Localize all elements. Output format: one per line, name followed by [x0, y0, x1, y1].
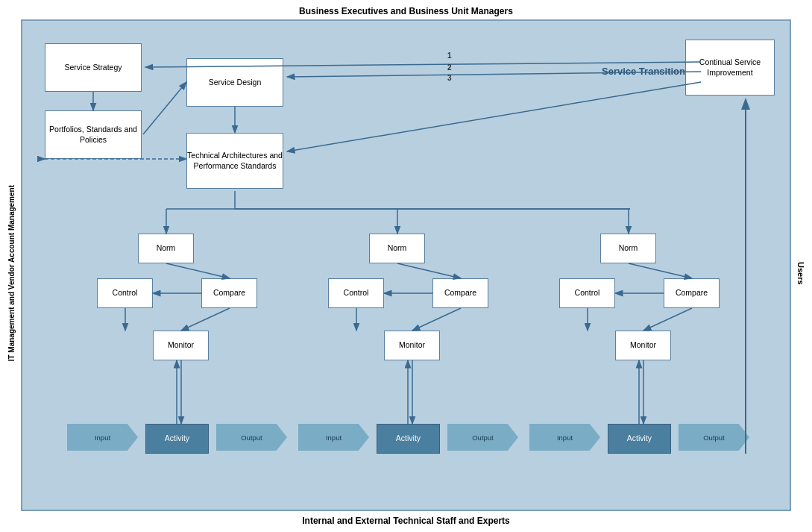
norm-1: Norm	[138, 234, 194, 263]
right-label: Users	[796, 262, 805, 285]
tech-arch-box: Technical Architectures and Performance …	[186, 133, 283, 189]
monitor-3: Monitor	[615, 331, 671, 360]
center-area: Service Strategy Portfolios, Standards a…	[19, 18, 793, 529]
output-arrow-3: Output	[679, 424, 749, 451]
bottom-label: Internal and External Technical Staff an…	[19, 513, 793, 529]
compare-3: Compare	[664, 278, 720, 308]
svg-line-28	[412, 308, 461, 331]
svg-line-31	[629, 263, 692, 278]
service-transition-label: Service Transition	[602, 66, 685, 77]
input-arrow-1: Input	[67, 424, 138, 451]
svg-text:1: 1	[447, 51, 452, 60]
svg-line-19	[166, 263, 230, 278]
compare-1: Compare	[201, 278, 257, 308]
csi-box: Continual Service Improvement	[685, 40, 775, 96]
activity-2: Activity	[377, 424, 440, 454]
svg-text:2: 2	[447, 63, 452, 72]
service-design-box: Service Design	[186, 58, 283, 107]
input-arrow-3: Input	[529, 424, 600, 451]
control-1: Control	[97, 278, 153, 308]
monitor-1: Monitor	[153, 331, 209, 360]
svg-line-6	[287, 82, 701, 151]
norm-2: Norm	[369, 234, 425, 263]
right-label-wrapper: Users	[793, 18, 809, 529]
diagram-container: Service Strategy Portfolios, Standards a…	[21, 19, 791, 511]
control-2: Control	[328, 278, 384, 308]
left-label: IT Management and Vendor Account Managem…	[7, 185, 16, 361]
activity-3: Activity	[608, 424, 671, 454]
main-area: IT Management and Vendor Account Managem…	[3, 18, 809, 529]
svg-text:3: 3	[447, 74, 452, 82]
service-strategy-box: Service Strategy	[45, 43, 142, 92]
svg-line-9	[143, 82, 186, 134]
portfolios-box: Portfolios, Standards and Policies	[45, 110, 142, 159]
svg-line-34	[643, 308, 692, 331]
input-arrow-2: Input	[298, 424, 369, 451]
output-arrow-2: Output	[447, 424, 518, 451]
output-arrow-1: Output	[216, 424, 287, 451]
svg-line-25	[397, 263, 461, 278]
compare-2: Compare	[432, 278, 488, 308]
norm-3: Norm	[600, 234, 656, 263]
activity-1: Activity	[145, 424, 209, 454]
top-label: Business Executives and Business Unit Ma…	[3, 3, 809, 18]
svg-line-22	[181, 308, 230, 331]
control-3: Control	[559, 278, 615, 308]
monitor-2: Monitor	[384, 331, 440, 360]
page-wrapper: Business Executives and Business Unit Ma…	[0, 0, 812, 532]
left-label-wrapper: IT Management and Vendor Account Managem…	[3, 18, 19, 529]
